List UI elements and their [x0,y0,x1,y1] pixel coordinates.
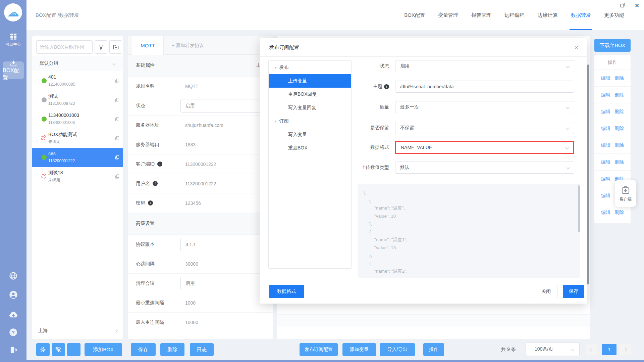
help-icon[interactable]: ? [0,328,26,337]
tab-BOX配置[interactable]: BOX配置 [404,0,425,30]
delete-link[interactable]: 删除 [614,210,624,216]
delete-link[interactable]: 删除 [614,109,624,115]
json-preview[interactable]: [ { "name": "温度", "value": 10 }, { "name… [358,184,580,278]
box-list-item[interactable]: 401121400000085 [32,71,123,90]
edit-link[interactable]: 编辑 [601,176,610,182]
add-variable-button[interactable]: 添加变量 [342,343,376,356]
client-download-button[interactable]: 客户端 [615,180,636,207]
modal-close-button[interactable]: × [572,43,581,52]
box-list-item[interactable]: ces113200001222 [32,148,123,167]
delete-link[interactable]: 删除 [614,142,624,148]
import-export-button[interactable]: 导入/导出 [380,343,415,356]
exit-icon[interactable] [0,346,26,354]
delete-link[interactable]: 删除 [614,75,624,81]
folder-plus-icon [113,44,119,50]
tab-报警管理[interactable]: 报警管理 [471,0,491,30]
rule-delete-button[interactable]: 删除 [160,343,184,356]
modal-field-select[interactable]: 默认 [395,162,574,174]
minimize-button[interactable] [603,1,612,10]
modal-field-input[interactable]: /dtu/%serial_number/data [395,81,574,93]
box-list-item[interactable]: 113400001003113400001003 [32,109,123,129]
modal-field-select[interactable]: 启用 [395,60,574,72]
copy-icon[interactable] [115,117,120,122]
table-row-actions: 编辑删除 [594,70,631,87]
delete-link[interactable]: 删除 [614,159,624,165]
page-size-select[interactable]: 100条/页 [526,343,580,356]
restore-button[interactable] [618,1,627,10]
minimize-icon [605,6,610,6]
modal-field-row: 数据格式NAME_VALUE [260,141,587,154]
edit-link[interactable]: 编辑 [601,210,610,216]
edit-link[interactable]: 编辑 [601,92,610,98]
field-select[interactable]: 启用 [180,277,270,290]
delete-link[interactable]: 删除 [614,126,624,132]
sidebar-item-project-center[interactable]: 项目中心 [0,32,26,47]
edit-link[interactable]: 编辑 [601,126,610,132]
network-offline-button[interactable] [52,343,65,356]
modal-field-select[interactable]: 不保留 [395,122,574,134]
modal-save-button[interactable]: 保存 [563,285,584,298]
box-name: 113400001003 [48,112,118,118]
globe-icon[interactable] [0,271,26,280]
copy-icon[interactable] [115,136,120,141]
unknown-icon-button[interactable] [67,343,80,356]
info-icon[interactable]: i [153,181,158,186]
grid-icon [9,32,17,40]
info-icon[interactable]: i [148,200,153,206]
field-select[interactable]: 3.1.1 [180,238,270,251]
info-icon[interactable]: i [157,162,162,167]
user-icon[interactable] [0,290,26,300]
prev-page-button[interactable] [586,344,597,355]
svg-text:?: ? [12,330,15,335]
json-scrollbar-thumb[interactable] [578,185,580,232]
tab-mqtt[interactable]: MQTT [132,36,164,55]
copy-icon[interactable] [115,174,120,179]
publish-subscribe-config-button[interactable]: 发布订阅配置 [300,343,338,356]
modal-close-footer-button[interactable]: 关闭 [535,285,557,298]
delete-link[interactable]: 删除 [614,92,624,98]
info-icon[interactable]: i [384,84,389,89]
download-to-box-button[interactable]: 下载至BOX [594,39,631,52]
data-format-button[interactable]: 数据格式 [269,285,304,298]
modal-field-select[interactable]: 最多一次 [395,101,574,113]
edit-link[interactable]: 编辑 [601,75,610,81]
tab-边缘计算[interactable]: 边缘计算 [538,0,558,30]
chevron-down-icon [571,347,574,351]
add-box-button[interactable]: 添加BOX [85,343,122,356]
group-header[interactable]: 默认分组 [32,56,123,71]
cloud-upload-icon[interactable] [0,310,26,320]
panel-footer-region[interactable]: 上海 [32,322,123,339]
edit-link[interactable]: 编辑 [601,193,610,199]
current-page-button[interactable]: 1 [602,344,616,355]
table-ops-button[interactable]: 操作 [423,343,444,356]
field-label: 心跳间隔 [128,261,177,267]
edit-link[interactable]: 编辑 [601,109,610,115]
tab-数据转发[interactable]: 数据转发 [571,0,591,30]
modal-field-select[interactable]: NAME_VALUE [395,141,574,154]
rule-save-button[interactable]: 保存 [131,343,156,356]
copy-icon[interactable] [115,97,120,102]
tab-变量管理[interactable]: 变量管理 [438,0,458,30]
app-logo[interactable]: ☁ Box Config [4,3,22,21]
copy-icon[interactable] [115,155,120,160]
next-page-button[interactable] [620,344,631,355]
search-input[interactable] [36,40,93,54]
field-select[interactable]: 启用 [180,99,270,112]
rule-log-button[interactable]: 日志 [190,343,214,356]
field-label: 清理会话 [128,280,177,286]
close-button[interactable]: ✕ [633,1,641,10]
box-list-item[interactable]: 测试18未绑定 [32,167,123,186]
add-group-button[interactable] [109,40,122,54]
box-list-item[interactable]: BOX功能测试未绑定 [32,129,123,148]
tab-远程编程[interactable]: 远程编程 [504,0,525,30]
edit-link[interactable]: 编辑 [601,142,610,148]
edit-link[interactable]: 编辑 [601,159,610,165]
box-list-item[interactable]: 测试113100008723 [32,90,123,109]
tab-add-protocol[interactable]: + 添加转发协议 [164,36,212,55]
settings-button[interactable] [36,343,50,356]
filter-button[interactable] [95,40,107,54]
copy-icon[interactable] [115,78,120,83]
form-row: 用户名i113200001222 [128,174,273,193]
table-scrollbar[interactable] [587,64,589,284]
sidebar-item-box-config[interactable]: BOX配置 [3,61,24,79]
